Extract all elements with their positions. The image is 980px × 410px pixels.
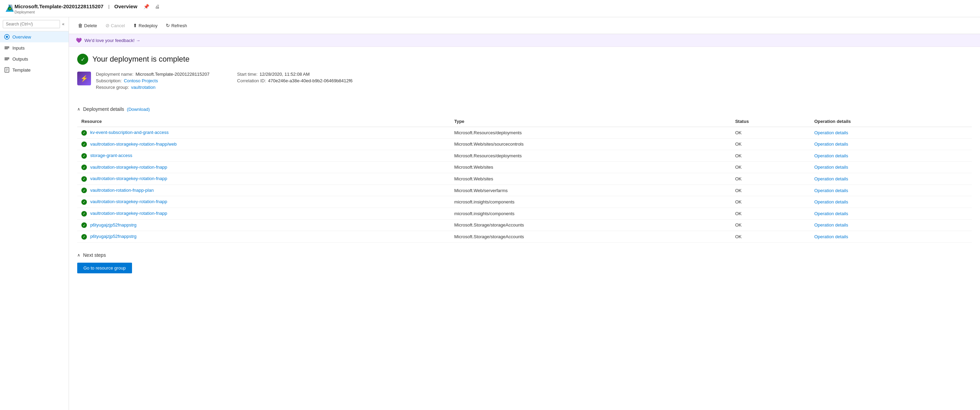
deploy-correlation-label: Correlation ID: [237, 78, 266, 83]
sidebar-item-label-overview: Overview [13, 35, 31, 40]
svg-rect-11 [5, 60, 8, 60]
operation-cell: Operation details [810, 150, 972, 162]
main-content-area: ✓ Your deployment is complete ⚡ Deployme… [69, 47, 980, 280]
sidebar-item-overview[interactable]: Overview [0, 31, 68, 42]
operation-details-link[interactable]: Operation details [814, 176, 848, 181]
refresh-label: Refresh [171, 23, 187, 28]
resource-link[interactable]: vaultrotation-storagekey-rotation-fnapp [90, 165, 167, 170]
go-to-resource-group-button[interactable]: Go to resource group [77, 263, 132, 273]
next-steps-section: ∧ Next steps Go to resource group [77, 252, 972, 273]
cancel-button[interactable]: ⊘ Cancel [102, 21, 128, 30]
operation-details-link[interactable]: Operation details [814, 211, 848, 216]
title-group: Microsoft.Template-20201228115207 | Over… [14, 3, 161, 14]
collapse-button[interactable]: « [60, 20, 66, 28]
content-area: 🗑 Delete ⊘ Cancel ⬆ Redeploy ↻ Refresh 💜… [69, 17, 980, 410]
delete-label: Delete [84, 23, 97, 28]
redeploy-icon: ⬆ [133, 23, 137, 28]
operation-details-link[interactable]: Operation details [814, 188, 848, 193]
deployment-logo: ⚡ [77, 71, 91, 85]
resource-cell: ✓ vaultrotation-storagekey-rotation-fnap… [77, 161, 450, 173]
operation-cell: Operation details [810, 173, 972, 185]
resource-link[interactable]: kv-event-subscription-and-grant-access [90, 130, 169, 135]
operation-cell: Operation details [810, 231, 972, 243]
status-cell: OK [731, 173, 810, 185]
cancel-icon: ⊘ [105, 23, 110, 28]
deployment-complete-header: ✓ Your deployment is complete [77, 54, 972, 65]
type-cell: Microsoft.Resources/deployments [450, 127, 731, 139]
col-type: Type [450, 116, 731, 127]
operation-details-link[interactable]: Operation details [814, 141, 848, 147]
operation-details-link[interactable]: Operation details [814, 234, 848, 239]
operation-details-link[interactable]: Operation details [814, 130, 848, 135]
resource-link[interactable]: vaultrotation-storagekey-rotation-fnapp [90, 176, 167, 181]
page-title: Microsoft.Template-20201228115207 [14, 3, 103, 9]
operation-details-link[interactable]: Operation details [814, 199, 848, 204]
deploy-name-label: Deployment name: [96, 71, 134, 77]
next-steps-toggle[interactable]: ∧ [77, 253, 80, 258]
sidebar-item-label-inputs: Inputs [13, 46, 24, 51]
success-check-icon: ✓ [77, 54, 88, 65]
table-row: ✓ vaultrotation-storagekey-rotation-fnap… [77, 196, 972, 208]
next-steps-label: Next steps [83, 252, 106, 258]
feedback-bar[interactable]: 💜 We'd love your feedback! → [69, 34, 980, 47]
redeploy-label: Redeploy [138, 23, 158, 28]
type-cell: Microsoft.Storage/storageAccounts [450, 219, 731, 231]
sidebar-item-label-template: Template [13, 68, 31, 73]
deployment-info: Deployment name: Microsoft.Template-2020… [96, 71, 353, 90]
redeploy-button[interactable]: ⬆ Redeploy [130, 21, 161, 30]
print-icon[interactable]: 🖨 [153, 3, 161, 10]
operation-details-link[interactable]: Operation details [814, 165, 848, 170]
download-link[interactable]: (Download) [127, 107, 150, 112]
sidebar-search-container: « [0, 17, 68, 31]
deploy-info-left: Deployment name: Microsoft.Template-2020… [96, 71, 210, 90]
resource-link[interactable]: vaultrotation-rotation-fnapp-plan [90, 188, 154, 193]
operation-cell: Operation details [810, 185, 972, 196]
table-row: ✓ vaultrotation-storagekey-rotation-fnap… [77, 161, 972, 173]
operation-cell: Operation details [810, 138, 972, 150]
deploy-correlation-row: Correlation ID: 470e246e-a38e-40ed-b9b2-… [237, 78, 353, 83]
operation-cell: Operation details [810, 219, 972, 231]
sidebar-item-outputs[interactable]: Outputs [0, 53, 68, 64]
refresh-button[interactable]: ↻ Refresh [162, 21, 191, 30]
deployment-details-label: Deployment details [83, 106, 124, 112]
template-icon [4, 67, 10, 73]
resource-link[interactable]: vaultrotation-storagekey-rotation-fnapp [90, 211, 167, 216]
status-cell: OK [731, 207, 810, 219]
sidebar-item-inputs[interactable]: Inputs [0, 42, 68, 53]
resource-link[interactable]: storage-grant-access [90, 153, 132, 158]
deploy-starttime-value: 12/28/2020, 11:52:08 AM [259, 71, 310, 77]
deployment-details-section: ∧ Deployment details (Download) Resource… [77, 106, 972, 243]
sidebar-item-template[interactable]: Template [0, 64, 68, 75]
resource-link[interactable]: p6tyugajzjp52fnappstrg [90, 234, 137, 239]
resource-cell: ✓ kv-event-subscription-and-grant-access [77, 127, 450, 139]
deploy-subscription-link[interactable]: Contoso Projects [124, 78, 158, 83]
inputs-icon [4, 45, 10, 51]
col-resource: Resource [77, 116, 450, 127]
operation-details-link[interactable]: Operation details [814, 222, 848, 228]
row-status-icon: ✓ [81, 222, 87, 228]
subtitle: Deployment [14, 10, 161, 14]
resource-link[interactable]: vaultrotation-storagekey-rotation-fnapp [90, 199, 167, 204]
deploy-correlation-value: 470e246e-a38e-40ed-b9b2-06469b8412f6 [268, 78, 353, 83]
operation-details-link[interactable]: Operation details [814, 153, 848, 158]
search-input[interactable] [3, 20, 60, 28]
table-row: ✓ storage-grant-access Microsoft.Resourc… [77, 150, 972, 162]
row-status-icon: ✓ [81, 199, 87, 205]
type-cell: Microsoft.Web/sites [450, 161, 731, 173]
resource-link[interactable]: p6tyugajzjp52fnappstrg [90, 222, 137, 228]
svg-point-5 [6, 36, 8, 38]
delete-button[interactable]: 🗑 Delete [75, 21, 101, 30]
resource-link[interactable]: vaultrotation-storagekey-rotation-fnapp/… [90, 141, 177, 147]
deploy-subscription-row: Subscription: Contoso Projects [96, 78, 210, 83]
deploy-starttime-label: Start time: [237, 71, 258, 77]
row-status-icon: ✓ [81, 188, 87, 193]
resource-cell: ✓ p6tyugajzjp52fnappstrg [77, 231, 450, 243]
details-toggle-button[interactable]: ∧ [77, 107, 80, 112]
deploy-rg-link[interactable]: vaultrotation [131, 85, 156, 90]
svg-rect-8 [5, 49, 8, 49]
resource-cell: ✓ vaultrotation-rotation-fnapp-plan [77, 185, 450, 196]
pin-icon[interactable]: 📌 [142, 3, 151, 10]
top-bar: ⚡ Microsoft.Template-20201228115207 | Ov… [0, 0, 980, 17]
col-status: Status [731, 116, 810, 127]
svg-rect-9 [5, 57, 9, 58]
